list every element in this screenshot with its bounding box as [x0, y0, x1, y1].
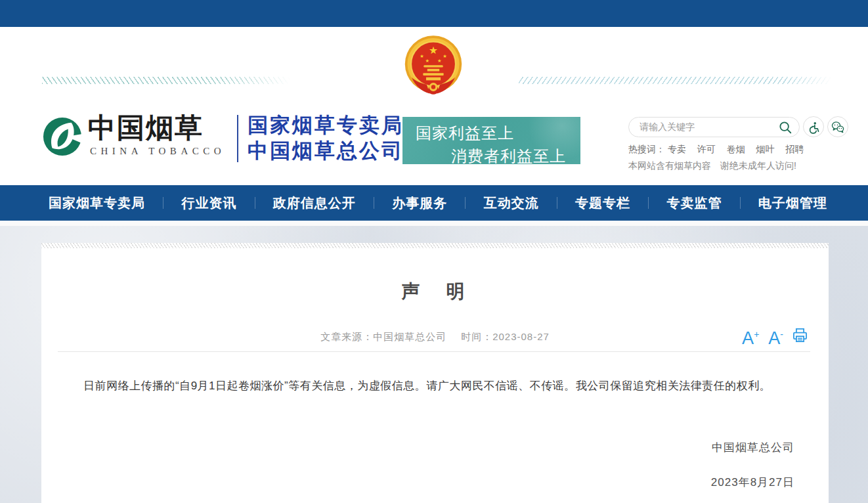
nav-separator [465, 197, 466, 209]
nav-separator [648, 197, 649, 209]
accessibility-icon [807, 121, 821, 135]
minor-access-notice: 本网站含有烟草内容 谢绝未成年人访问! [628, 160, 855, 172]
wechat-icon [831, 120, 845, 135]
hot-term-zhuanmai[interactable]: 专卖 [668, 144, 686, 154]
font-size-controls: A+ A- [733, 325, 809, 347]
print-button[interactable] [791, 326, 809, 346]
hot-search-label: 热搜词： [628, 144, 665, 154]
slogan-line1: 国家利益至上 [416, 123, 580, 144]
search-box[interactable] [628, 117, 800, 137]
font-increase-button[interactable]: A+ [742, 325, 759, 347]
time-value: 2023-08-27 [492, 331, 550, 342]
font-decrease-button[interactable]: A- [768, 325, 783, 347]
article-title: 声 明 [41, 279, 829, 304]
org-name-line1: 国家烟草专卖局 [248, 112, 404, 138]
hot-term-xuke[interactable]: 许可 [697, 144, 716, 154]
search-input[interactable] [640, 121, 777, 132]
nav-item-gov-info[interactable]: 政府信息公开 [273, 194, 356, 212]
nav-separator [255, 197, 255, 209]
page-background: 声 明 文章来源：中国烟草总公司时间：2023-08-27 A+ A- [0, 226, 868, 503]
source-value: 中国烟草总公司 [373, 331, 446, 342]
emblem-star-big: ★ [429, 45, 438, 56]
article-body: 日前网络上传播的“自9月1日起卷烟涨价”等有关信息，为虚假信息。请广大网民不信谣… [61, 376, 809, 397]
article-signature: 中国烟草总公司 [41, 440, 794, 455]
time-label: 时间： [461, 331, 492, 342]
decorative-hatch-left [42, 77, 290, 84]
nav-item-services[interactable]: 办事服务 [392, 194, 447, 212]
org-name-line2: 中国烟草总公司 [248, 138, 404, 164]
svg-text:★: ★ [443, 53, 447, 59]
search-icon [778, 120, 792, 135]
national-emblem-icon: ★ ★ ★ ★ ★ [403, 33, 464, 102]
nav-item-ecigarette[interactable]: 电子烟管理 [758, 194, 827, 212]
site-header: ★ ★ ★ ★ ★ 中国烟草 CHINA TOBACCO 国家烟草专卖局 中国烟… [0, 27, 868, 194]
hot-term-zhaopin[interactable]: 招聘 [785, 144, 804, 154]
main-nav: 国家烟草专卖局 行业资讯 政府信息公开 办事服务 互动交流 专题专栏 专卖监管 … [0, 185, 868, 221]
article-meta-row: 文章来源：中国烟草总公司时间：2023-08-27 A+ A- [41, 328, 829, 346]
nav-separator [557, 197, 557, 209]
search-button[interactable] [778, 120, 792, 135]
logo-divider [237, 115, 238, 162]
brand-name-cn: 中国烟草 [88, 112, 225, 144]
decorative-hatch-right [519, 77, 831, 84]
source-label: 文章来源： [320, 331, 373, 342]
nav-item-bureau[interactable]: 国家烟草专卖局 [49, 194, 145, 212]
nav-separator [374, 197, 374, 209]
svg-text:★: ★ [420, 53, 424, 59]
svg-text:★: ★ [437, 58, 442, 64]
top-bar [0, 0, 868, 27]
meta-divider [58, 351, 810, 352]
printer-icon [791, 326, 809, 344]
hot-term-yanye[interactable]: 烟叶 [756, 144, 775, 154]
nav-item-industry-news[interactable]: 行业资讯 [181, 194, 236, 212]
nav-item-special-topics[interactable]: 专题专栏 [575, 194, 630, 212]
slogan-line2: 消费者利益至上 [451, 146, 580, 164]
nav-item-monopoly-supervision[interactable]: 专卖监管 [666, 194, 722, 212]
wechat-button[interactable] [827, 116, 848, 137]
accessibility-button[interactable] [803, 116, 824, 137]
search-area: 热搜词： 专卖 许可 卷烟 烟叶 招聘 本网站含有烟草内容 谢绝未成年人访问! [628, 116, 855, 172]
hot-term-juanyan[interactable]: 卷烟 [727, 144, 745, 154]
brand-block[interactable]: 中国烟草 CHINA TOBACCO 国家烟草专卖局 中国烟草总公司 [42, 112, 404, 164]
china-tobacco-logo-icon [42, 116, 83, 157]
slogan-banner: 国家利益至上 消费者利益至上 [402, 117, 580, 164]
card-top-hatch [41, 243, 829, 248]
nav-separator [740, 197, 741, 209]
article-card: 声 明 文章来源：中国烟草总公司时间：2023-08-27 A+ A- [41, 243, 829, 503]
nav-separator [163, 197, 163, 209]
article-date: 2023年8月27日 [41, 475, 794, 490]
nav-item-interaction[interactable]: 互动交流 [484, 194, 539, 212]
brand-name-en: CHINA TOBACCO [90, 146, 225, 157]
svg-text:★: ★ [425, 58, 429, 64]
